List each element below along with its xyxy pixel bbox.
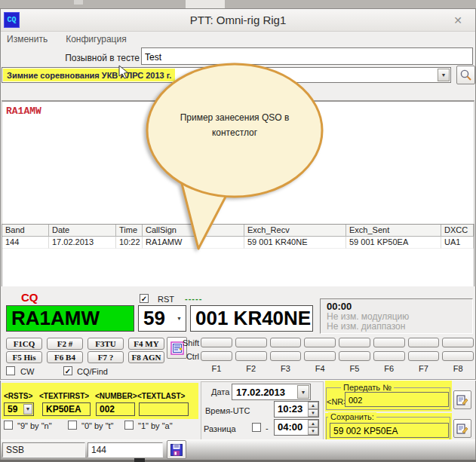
- diff-spin-buttons[interactable]: ▲ ▼: [308, 420, 318, 435]
- zero-by-t-checkbox[interactable]: [68, 421, 77, 430]
- shift-f4-button[interactable]: [304, 338, 336, 347]
- one-by-a-checkbox[interactable]: [124, 421, 134, 430]
- chevron-down-icon[interactable]: ▼: [174, 307, 185, 330]
- rsts-header: <RSTS>: [4, 392, 32, 400]
- callsign-in-test-label: Позывной в тесте: [45, 53, 140, 63]
- rst-checkbox[interactable]: [140, 294, 149, 303]
- shift-f3-button[interactable]: [270, 338, 302, 347]
- cell-date[interactable]: 17.02.2013: [49, 237, 116, 249]
- shift-f6-button[interactable]: [373, 338, 405, 347]
- shift-f1-button[interactable]: [201, 338, 232, 347]
- nine-by-n-label: "9" by "n": [17, 421, 52, 430]
- f5his-button[interactable]: F5 His: [6, 351, 42, 363]
- edit-transmit-macro-button[interactable]: [453, 390, 471, 409]
- textfirst-header: <TEXTFIRST>: [39, 392, 89, 400]
- number-field[interactable]: 002: [96, 402, 135, 416]
- f8agn-button[interactable]: F8 AGN: [128, 351, 164, 363]
- rsts-combo[interactable]: 59 ▼: [4, 402, 34, 416]
- diff-checkbox[interactable]: [252, 423, 261, 432]
- f1cq-button[interactable]: F1CQ: [6, 338, 42, 350]
- f4my-button[interactable]: F4 MY: [128, 338, 164, 350]
- f2-button[interactable]: F2 #: [47, 338, 83, 350]
- f7-button[interactable]: F7 ?: [88, 351, 124, 363]
- ctrl-f1-button[interactable]: [201, 351, 232, 361]
- f3tu-button[interactable]: F3TU: [88, 338, 124, 350]
- f1-caption: F1: [201, 364, 232, 373]
- chevron-down-icon[interactable]: ▼: [438, 69, 450, 81]
- ctrl-f3-button[interactable]: [270, 351, 302, 361]
- menubar: Изменить Конфигурация: [1, 32, 475, 47]
- menu-item-edit[interactable]: Изменить: [7, 34, 48, 44]
- shift-f7-button[interactable]: [408, 338, 440, 347]
- utc-value[interactable]: 10:23: [275, 402, 308, 417]
- cell-exch-sent[interactable]: 59 001 KP50EA: [346, 237, 441, 249]
- close-icon[interactable]: ✕: [445, 12, 471, 29]
- fkey-labels-row: F1 F2 F3 F4 F5 F6 F7 F8: [201, 364, 474, 373]
- date-label: Дата: [211, 387, 229, 396]
- cw-checkbox[interactable]: [6, 366, 15, 375]
- chevron-down-icon[interactable]: ▼: [23, 404, 32, 415]
- callout-text: Пример занесения QSO в контестлог: [155, 110, 315, 140]
- col-date[interactable]: Date: [49, 225, 116, 237]
- date-value[interactable]: 17.02.2013: [236, 387, 285, 398]
- chevron-down-icon[interactable]: ▼: [297, 385, 309, 399]
- utc-spin-buttons[interactable]: ▲ ▼: [308, 402, 318, 417]
- app-icon[interactable]: CQ: [4, 12, 20, 28]
- nr-field[interactable]: 002: [345, 392, 449, 407]
- menu-item-configuration[interactable]: Конфигурация: [66, 34, 127, 44]
- search-button[interactable]: [456, 66, 475, 84]
- background-window-fragment: [186, 0, 225, 8]
- spin-down-icon[interactable]: ▼: [308, 409, 318, 417]
- rst-dashes: -----: [185, 294, 202, 303]
- shift-f5-button[interactable]: [339, 338, 370, 347]
- cell-dxcc[interactable]: UA1: [441, 237, 474, 249]
- shift-f2-button[interactable]: [235, 338, 267, 347]
- band-field[interactable]: 144: [88, 442, 163, 457]
- save-log-button[interactable]: [167, 440, 186, 459]
- rst-sent-value[interactable]: 59: [143, 307, 165, 329]
- save-icon: [170, 443, 183, 457]
- shift-fkey-row: [201, 338, 474, 347]
- f7-caption: F7: [408, 364, 440, 373]
- ctrl-f5-button[interactable]: [339, 351, 370, 361]
- cq-label: CQ: [21, 291, 38, 304]
- search-icon: [459, 69, 472, 81]
- ctrl-f6-button[interactable]: [373, 351, 405, 361]
- ctrl-f2-button[interactable]: [235, 351, 267, 361]
- window-bottom-notch: [134, 458, 145, 462]
- f2-caption: F2: [235, 364, 267, 373]
- f6b4-button[interactable]: F6 B4: [47, 351, 83, 363]
- textlast-field[interactable]: [139, 402, 189, 416]
- spin-up-icon[interactable]: ▲: [308, 420, 318, 427]
- shift-f8-button[interactable]: [442, 338, 474, 347]
- col-exch-sent[interactable]: Exch_Sent: [346, 225, 441, 237]
- diff-value[interactable]: 04:00: [275, 420, 308, 435]
- col-band[interactable]: Band: [2, 225, 49, 237]
- save-macro-field[interactable]: 59 002 KP50EA: [330, 423, 449, 438]
- utc-label: Время-UTC: [205, 406, 250, 415]
- nine-by-n-checkbox[interactable]: [4, 421, 13, 430]
- cell-band[interactable]: 144: [2, 237, 49, 249]
- rst-sent-combo[interactable]: 59 ▼: [138, 305, 186, 332]
- timer-value: 00:00: [327, 301, 352, 312]
- window-title: PTT: Omni-rig Rig1: [190, 14, 287, 26]
- utc-spinner[interactable]: 10:23 ▲ ▼: [274, 401, 319, 418]
- cqfind-checkbox[interactable]: [63, 366, 72, 375]
- date-combo[interactable]: 17.02.2013 ▼: [232, 384, 311, 400]
- f8-caption: F8: [442, 364, 474, 373]
- col-dxcc[interactable]: DXCC: [441, 225, 474, 237]
- spin-up-icon[interactable]: ▲: [308, 402, 318, 409]
- ctrl-f8-button[interactable]: [442, 351, 474, 361]
- mode-field[interactable]: SSB: [2, 442, 85, 457]
- rsts-value[interactable]: 59: [8, 404, 17, 415]
- callsign-input[interactable]: RA1AMW: [6, 305, 134, 332]
- ctrl-f7-button[interactable]: [408, 351, 440, 361]
- zero-by-t-label: "0" by "t": [81, 421, 114, 430]
- spin-down-icon[interactable]: ▼: [308, 427, 318, 435]
- exchange-input[interactable]: 001 KR40NE: [190, 305, 313, 332]
- edit-save-macro-button[interactable]: [453, 419, 471, 438]
- diff-spinner[interactable]: 04:00 ▲ ▼: [274, 419, 319, 436]
- ctrl-f4-button[interactable]: [304, 351, 336, 361]
- textfirst-field[interactable]: KP50EA: [42, 402, 91, 416]
- timer-panel: 00:00 Не изм. модуляцию Не изм. диаппазо…: [320, 298, 473, 334]
